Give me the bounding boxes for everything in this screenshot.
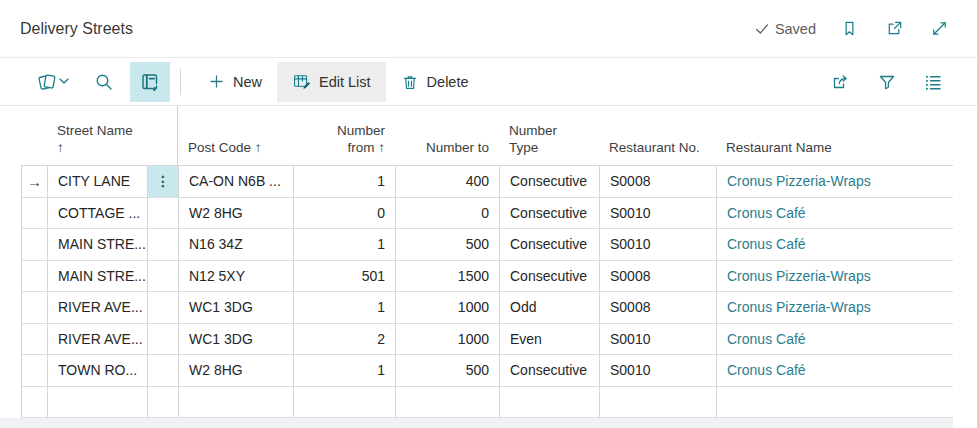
column-header-number-from[interactable]: Number from ↑ xyxy=(293,106,395,165)
table-row: → CITY LANE ⋮ CA-ON N6B ... 1 400 Consec… xyxy=(22,166,953,198)
number-to-cell[interactable]: 500 xyxy=(396,355,500,386)
expand-icon[interactable] xyxy=(928,17,951,40)
row-menu-button[interactable] xyxy=(148,229,179,260)
row-selector[interactable] xyxy=(22,355,48,386)
street-name-cell[interactable]: RIVER AVE... xyxy=(48,292,148,323)
restaurant-no-cell[interactable] xyxy=(600,387,717,418)
restaurant-no-cell[interactable]: S0010 xyxy=(600,198,717,229)
street-name-cell[interactable]: RIVER AVE... xyxy=(48,324,148,355)
table-row-empty xyxy=(22,387,953,419)
street-name-cell[interactable]: MAIN STRE... xyxy=(48,261,148,292)
post-code-cell[interactable] xyxy=(179,387,294,418)
number-from-cell[interactable]: 1 xyxy=(294,166,396,197)
restaurant-name-link[interactable]: Cronus Café xyxy=(717,229,954,260)
number-type-cell[interactable]: Consecutive xyxy=(500,166,600,197)
row-menu-button[interactable] xyxy=(148,355,179,386)
street-name-cell[interactable]: MAIN STRE... xyxy=(48,229,148,260)
row-selector[interactable]: → xyxy=(22,166,48,197)
row-menu-button[interactable] xyxy=(148,324,179,355)
number-from-cell[interactable]: 2 xyxy=(294,324,396,355)
post-code-cell[interactable]: WC1 3DG xyxy=(179,324,294,355)
number-type-cell[interactable]: Consecutive xyxy=(500,261,600,292)
post-code-cell[interactable]: N16 34Z xyxy=(179,229,294,260)
row-selector[interactable] xyxy=(22,261,48,292)
number-from-cell[interactable] xyxy=(294,387,396,418)
row-selector[interactable] xyxy=(22,292,48,323)
row-menu-button[interactable] xyxy=(148,261,179,292)
pages-menu-icon[interactable] xyxy=(28,62,78,102)
street-name-cell[interactable] xyxy=(48,387,148,418)
focus-mode-icon[interactable] xyxy=(130,62,170,102)
restaurant-name-cell[interactable] xyxy=(717,387,954,418)
restaurant-name-link[interactable]: Cronus Café xyxy=(717,324,954,355)
restaurant-no-cell[interactable]: S0008 xyxy=(600,261,717,292)
number-to-cell[interactable]: 1500 xyxy=(396,261,500,292)
row-selector[interactable] xyxy=(22,324,48,355)
toolbar-divider xyxy=(180,69,181,95)
chevron-down-icon xyxy=(60,79,68,83)
number-type-cell[interactable]: Odd xyxy=(500,292,600,323)
number-to-cell[interactable]: 1000 xyxy=(396,324,500,355)
restaurant-no-cell[interactable]: S0008 xyxy=(600,166,717,197)
bookmark-icon[interactable] xyxy=(838,17,861,40)
column-header-number-to[interactable]: Number to xyxy=(395,106,499,165)
column-header-selector xyxy=(21,106,47,165)
number-to-cell[interactable]: 400 xyxy=(396,166,500,197)
street-name-cell[interactable]: TOWN RO... xyxy=(48,355,148,386)
number-from-cell[interactable]: 1 xyxy=(294,355,396,386)
new-button[interactable]: New xyxy=(193,62,277,102)
post-code-cell[interactable]: CA-ON N6B ... xyxy=(179,166,294,197)
open-in-new-window-icon[interactable] xyxy=(883,17,906,40)
row-menu-button[interactable] xyxy=(148,292,179,323)
number-to-cell[interactable]: 500 xyxy=(396,229,500,260)
street-name-cell[interactable]: COTTAGE ... xyxy=(48,198,148,229)
column-header-restaurant-name[interactable]: Restaurant Name xyxy=(716,106,953,165)
number-type-cell[interactable]: Consecutive xyxy=(500,198,600,229)
post-code-cell[interactable]: N12 5XY xyxy=(179,261,294,292)
delete-button[interactable]: Delete xyxy=(386,62,484,102)
row-selector[interactable] xyxy=(22,198,48,229)
search-icon[interactable] xyxy=(86,62,122,102)
restaurant-name-link[interactable]: Cronus Pizzeria-Wraps xyxy=(717,166,954,197)
number-from-cell[interactable]: 1 xyxy=(294,292,396,323)
row-selector[interactable] xyxy=(22,387,48,418)
number-from-cell[interactable]: 501 xyxy=(294,261,396,292)
table-row: TOWN RO... W2 8HG 1 500 Consecutive S001… xyxy=(22,355,953,387)
restaurant-name-link[interactable]: Cronus Café xyxy=(717,198,954,229)
table-row: RIVER AVE... WC1 3DG 2 1000 Even S0010 C… xyxy=(22,324,953,356)
share-icon[interactable] xyxy=(822,62,859,102)
restaurant-name-link[interactable]: Cronus Pizzeria-Wraps xyxy=(717,261,954,292)
restaurant-no-cell[interactable]: S0010 xyxy=(600,355,717,386)
column-header-street-name[interactable]: Street Name ↑ xyxy=(47,106,147,165)
number-to-cell[interactable]: 0 xyxy=(396,198,500,229)
table-row: COTTAGE ... W2 8HG 0 0 Consecutive S0010… xyxy=(22,198,953,230)
column-header-post-code[interactable]: Post Code ↑ xyxy=(178,106,293,165)
number-from-cell[interactable]: 0 xyxy=(294,198,396,229)
number-to-cell[interactable]: 1000 xyxy=(396,292,500,323)
number-type-cell[interactable]: Consecutive xyxy=(500,355,600,386)
post-code-cell[interactable]: W2 8HG xyxy=(179,198,294,229)
row-menu-button[interactable] xyxy=(148,198,179,229)
filter-icon[interactable] xyxy=(869,62,905,102)
restaurant-no-cell[interactable]: S0008 xyxy=(600,292,717,323)
restaurant-name-link[interactable]: Cronus Café xyxy=(717,355,954,386)
number-type-cell[interactable]: Consecutive xyxy=(500,229,600,260)
row-menu-button[interactable]: ⋮ xyxy=(148,166,179,197)
row-menu-button[interactable] xyxy=(148,387,179,418)
number-from-cell[interactable]: 1 xyxy=(294,229,396,260)
choose-columns-icon[interactable] xyxy=(915,62,951,102)
post-code-cell[interactable]: WC1 3DG xyxy=(179,292,294,323)
edit-list-button[interactable]: Edit List xyxy=(277,62,386,102)
row-selector[interactable] xyxy=(22,229,48,260)
restaurant-name-link[interactable]: Cronus Pizzeria-Wraps xyxy=(717,292,954,323)
number-type-cell[interactable] xyxy=(500,387,600,418)
column-header-restaurant-no[interactable]: Restaurant No. xyxy=(599,106,716,165)
restaurant-no-cell[interactable]: S0010 xyxy=(600,229,717,260)
save-status-label: Saved xyxy=(775,21,816,37)
number-type-cell[interactable]: Even xyxy=(500,324,600,355)
street-name-cell[interactable]: CITY LANE xyxy=(48,166,148,197)
post-code-cell[interactable]: W2 8HG xyxy=(179,355,294,386)
column-header-number-type[interactable]: Number Type xyxy=(499,106,599,165)
number-to-cell[interactable] xyxy=(396,387,500,418)
restaurant-no-cell[interactable]: S0010 xyxy=(600,324,717,355)
